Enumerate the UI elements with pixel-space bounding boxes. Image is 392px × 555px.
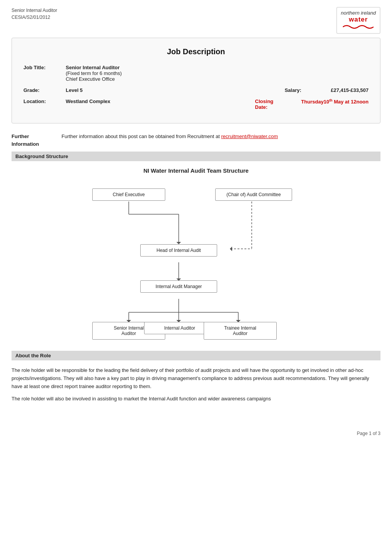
- company-logo: northern ireland water: [336, 7, 380, 34]
- org-node-trainee-internal-auditor: Trainee InternalAuditor: [204, 322, 277, 340]
- org-node-internal-audit-manager: Internal Audit Manager: [140, 280, 217, 293]
- org-node-audit-committee: (Chair of) Audit Committee: [215, 188, 292, 201]
- jd-grade-value: Level 5: [66, 87, 285, 93]
- org-node-chief-executive: Chief Executive: [92, 188, 165, 201]
- closing-sup: th: [329, 98, 333, 102]
- org-chart-title: NI Water Internal Audit Team Structure: [12, 167, 380, 174]
- jd-location-label: Location:: [23, 98, 66, 104]
- jd-location-closing-row: Location: Westland Complex ClosingDate: …: [23, 98, 369, 110]
- jd-grade-salary-row: Grade: Level 5 Salary: £27,415-£33,507: [23, 87, 369, 93]
- svg-marker-6: [230, 247, 232, 251]
- jd-salary-label: Salary:: [285, 87, 331, 93]
- main-content: Job Description Job Title: Senior Intern…: [0, 38, 392, 419]
- further-label-line2: Information: [12, 141, 39, 147]
- jd-title-sub1: (Fixed term for 6 months): [66, 70, 122, 76]
- doc-title-line1: Senior Internal Auditor: [12, 7, 57, 14]
- org-node-audit-committee-label: (Chair of) Audit Committee: [226, 192, 281, 197]
- org-node-manager-label: Internal Audit Manager: [156, 284, 202, 289]
- org-node-head-internal-audit: Head of Internal Audit: [140, 244, 217, 257]
- further-text: Further information about this post can …: [61, 133, 380, 140]
- further-email-link[interactable]: recruitment@niwater.com: [221, 133, 278, 139]
- further-label: Further Information: [12, 133, 61, 148]
- logo-text-bottom: water: [341, 16, 376, 23]
- about-the-role-bar: About the Role: [12, 351, 380, 360]
- jd-salary-value: £27,415-£33,507: [331, 87, 369, 93]
- closing-prefix: Thursday10: [301, 99, 329, 105]
- jd-title-sub2: Chief Executive Office: [66, 76, 115, 82]
- further-header: Further Information Further information …: [12, 131, 380, 149]
- doc-title-line2: CESIA/S2/01/2012: [12, 14, 57, 21]
- org-node-head-label: Head of Internal Audit: [156, 248, 201, 253]
- job-description-box: Job Description Job Title: Senior Intern…: [12, 38, 380, 123]
- jd-closing-value: Thursday10th May at 12noon: [301, 98, 369, 105]
- logo-text-top: northern ireland: [341, 10, 376, 16]
- background-label: Background Structure: [15, 153, 68, 159]
- closing-suffix: May at 12noon: [332, 99, 369, 105]
- further-information-section: Further Information Further information …: [12, 131, 380, 149]
- further-body-text: Further information about this post can …: [61, 133, 221, 139]
- page-footer: Page 1 of 3: [0, 427, 392, 440]
- about-label: About the Role: [15, 353, 51, 358]
- org-chart: Chief Executive (Chair of) Audit Committ…: [61, 182, 331, 343]
- jd-location-value: Westland Complex: [66, 98, 255, 104]
- org-node-chief-executive-label: Chief Executive: [113, 192, 145, 197]
- jd-title-main: Senior Internal Auditor: [66, 65, 120, 70]
- about-para1: The role holder will be responsible for …: [12, 367, 380, 390]
- jd-job-title-value: Senior Internal Auditor (Fixed term for …: [66, 65, 369, 82]
- page-header: Senior Internal Auditor CESIA/S2/01/2012…: [0, 0, 392, 38]
- page-number: Page 1 of 3: [357, 431, 380, 436]
- background-structure-bar: Background Structure: [12, 152, 380, 161]
- further-label-line1: Further: [12, 133, 29, 139]
- jd-grade-label: Grade:: [23, 87, 66, 93]
- org-node-auditor-label: Internal Auditor: [164, 325, 195, 331]
- jd-job-title-row: Job Title: Senior Internal Auditor (Fixe…: [23, 65, 369, 82]
- jd-closing-label: ClosingDate:: [255, 98, 301, 110]
- org-chart-section: NI Water Internal Audit Team Structure: [12, 167, 380, 343]
- org-chart-lines: [61, 182, 331, 343]
- logo-area: northern ireland water: [336, 7, 380, 34]
- about-section: The role holder will be responsible for …: [12, 367, 380, 403]
- jd-job-title-label: Job Title:: [23, 65, 66, 70]
- jd-section-title: Job Description: [23, 47, 369, 56]
- about-para2: The role holder will also be involved in…: [12, 395, 380, 403]
- logo-wave: [341, 24, 376, 31]
- doc-title: Senior Internal Auditor CESIA/S2/01/2012: [12, 7, 57, 21]
